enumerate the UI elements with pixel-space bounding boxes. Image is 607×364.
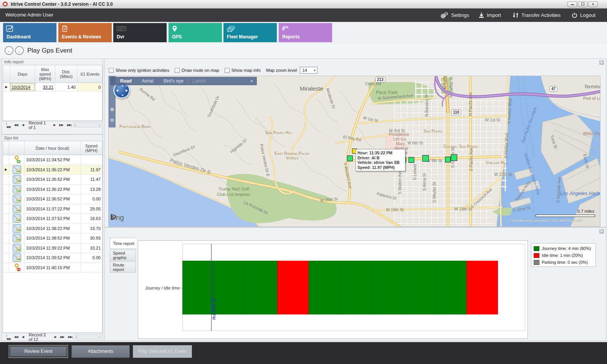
header-bar: Welcome Admin User Settings Import Trans…	[0, 8, 607, 22]
first-record-button[interactable]: |◀◀	[6, 122, 10, 129]
gps-list-row[interactable]: 10/3/2014 11:35:52 PM11.47	[3, 175, 102, 185]
bing-map[interactable]: MiralesteMiraleste DrBurma RdSouthfield …	[108, 76, 600, 227]
highway-shield: 110	[451, 109, 461, 115]
row-indicator	[3, 224, 9, 234]
timeline-segment-idle	[466, 261, 498, 314]
gps-list-row[interactable]: 10/3/2014 11:40:15 PM	[3, 263, 102, 273]
column-header[interactable]: Days	[10, 65, 35, 83]
checkbox-icon: ✓	[225, 68, 230, 73]
gps-point-icon	[9, 243, 25, 253]
logout-button[interactable]: Logout	[572, 8, 595, 22]
prev-record-button[interactable]: ◀	[22, 335, 24, 339]
days-link[interactable]: 10/3/2014	[10, 83, 35, 91]
gps-date-value: 10/3/2014 11:35:52 PM	[25, 175, 81, 185]
first-record-button[interactable]: |◀◀	[6, 334, 10, 341]
gps-list-row[interactable]: 10/3/2014 11:38:22 PM19.70	[3, 224, 102, 234]
checkbox-show-map-info[interactable]: ✓Show map info	[225, 68, 261, 73]
map-zoom-select[interactable]: 14▼	[300, 67, 318, 74]
map-style-birdseye[interactable]: Bird's eye	[164, 78, 184, 84]
tab-gps[interactable]: GPS	[169, 23, 222, 42]
gps-list-row[interactable]: 10/3/2014 11:39:52 PM0.00	[3, 253, 102, 263]
next-record-button[interactable]: ▶	[53, 123, 55, 127]
gps-list-row[interactable]: 10/3/2014 11:37:22 PM29.05	[3, 204, 102, 214]
map-style-labels[interactable]: Labels	[188, 78, 206, 84]
gps-point-icon	[9, 194, 25, 204]
title-bar: Idrive Control Center - 3.0.2 version - …	[0, 0, 607, 9]
row-indicator	[3, 253, 9, 263]
column-header[interactable]: Date / hour (local)	[25, 141, 81, 155]
record-counter: Record 2 of 12	[29, 333, 50, 342]
gps-list-table: Date / hour (local) Speed (MPH) 10/3/201…	[3, 141, 103, 333]
collapse-panel-button[interactable]	[599, 229, 604, 233]
tab-events-reviews[interactable]: Events & Reviews	[58, 23, 112, 42]
pan-right-icon[interactable]: ▶	[126, 89, 128, 92]
next-record-button[interactable]: ▶	[55, 335, 56, 339]
gps-list-row[interactable]: 10/3/2014 11:39:22 PM33.21	[3, 243, 102, 253]
window-title: Idrive Control Center - 3.0.2 version - …	[11, 2, 113, 7]
gps-marker[interactable]	[409, 157, 414, 163]
last-record-button[interactable]: ▶▶|	[67, 123, 71, 127]
table-row[interactable]: ▶ 10/3/2014 33.21 1.40 0	[3, 83, 102, 91]
pan-left-icon[interactable]: ◀	[116, 89, 118, 92]
checkbox-show-ignition[interactable]: ✓Show only ignition activities	[109, 68, 169, 73]
minimize-button[interactable]	[567, 2, 577, 7]
column-header[interactable]: Max speed (MPH)	[35, 65, 55, 83]
max-speed-value[interactable]: 33.21	[35, 83, 55, 91]
tab-route-report[interactable]: Route report	[110, 261, 136, 273]
prev-record-button[interactable]: ◀	[22, 123, 24, 127]
checkbox-icon: ✓	[109, 68, 114, 73]
tab-dvr[interactable]: Dvr	[113, 23, 167, 42]
next-page-button[interactable]: ▶▶	[59, 123, 63, 127]
import-button[interactable]: Import	[479, 8, 501, 22]
prev-page-button[interactable]: ◀◀	[14, 123, 18, 127]
attachments-button[interactable]: Attachments	[71, 345, 130, 358]
map-style-road[interactable]: Road	[120, 78, 132, 84]
tab-fleet-manager[interactable]: Fleet Manager	[223, 23, 277, 42]
gps-point-icon	[9, 233, 25, 243]
gps-list-row[interactable]: 10/3/2014 11:38:52 PM30.55	[3, 233, 102, 243]
gps-marker[interactable]	[445, 157, 451, 162]
gps-marker[interactable]	[422, 155, 429, 162]
bing-logo: bing	[110, 213, 124, 222]
column-header[interactable]: Speed (MPH)	[81, 141, 102, 155]
gps-marker[interactable]	[347, 156, 353, 161]
row-indicator: ▶	[3, 83, 10, 91]
gps-point-icon	[9, 224, 25, 234]
tab-dashboard[interactable]: Dashboard	[3, 23, 56, 42]
maximize-button[interactable]	[578, 2, 587, 7]
horizontal-scrollbar[interactable]: ◂▸	[73, 122, 101, 127]
checkbox-draw-route[interactable]: ✓Draw route on map	[175, 68, 219, 73]
gps-list-row[interactable]: 10/3/2014 11:36:22 PM13.28	[3, 185, 102, 195]
next-page-button[interactable]: ▶▶	[60, 335, 64, 339]
gps-list-row[interactable]: ▶10/3/2014 11:35:22 PM11.97	[3, 165, 102, 175]
back-button[interactable]: ←	[5, 46, 13, 55]
legend-item: Idle time: 1 min (20%)	[534, 252, 593, 259]
settings-button[interactable]: Settings	[440, 8, 469, 22]
column-header[interactable]: X1 Events	[78, 65, 102, 83]
collapse-panel-button[interactable]	[599, 60, 604, 65]
tab-reports[interactable]: Reports	[279, 23, 332, 42]
transfer-activities-button[interactable]: Transfer Activities	[513, 8, 561, 22]
tab-speed-graphic[interactable]: Speed graphic	[110, 250, 136, 261]
zoom-in-button[interactable]: ⊕	[109, 107, 115, 112]
pan-down-icon[interactable]: ▼	[121, 94, 124, 97]
journey-idle-bar	[182, 261, 498, 314]
gps-marker[interactable]	[451, 154, 457, 161]
record-counter: Record 1 of 1	[29, 121, 48, 130]
map-style-aerial[interactable]: Aerial	[142, 78, 154, 84]
gps-list-row[interactable]: 10/3/2014 11:34:52 PM	[3, 155, 102, 165]
last-record-button[interactable]: ▶▶|	[68, 335, 72, 339]
play-selected-x1-event-button[interactable]: Play Selected X1 Event	[133, 345, 192, 358]
horizontal-scrollbar[interactable]: ◂▸	[74, 334, 101, 339]
prev-page-button[interactable]: ◀◀	[14, 335, 18, 339]
tab-time-report[interactable]: Time report	[110, 238, 137, 249]
zoom-out-button[interactable]: ⊖	[109, 117, 115, 123]
row-indicator	[3, 185, 9, 195]
collapse-toolbar-button[interactable]: «	[250, 78, 253, 84]
gps-list-row[interactable]: 10/3/2014 11:37:52 PM18.63	[3, 214, 102, 224]
column-header[interactable]: Dist. (Miles)	[55, 65, 78, 83]
gps-list-row[interactable]: 10/3/2014 11:36:52 PM0.00	[3, 194, 102, 204]
close-button[interactable]: ✕	[588, 2, 598, 7]
review-event-button[interactable]: Review Event	[9, 345, 68, 358]
down-button[interactable]: ↓	[15, 46, 24, 55]
